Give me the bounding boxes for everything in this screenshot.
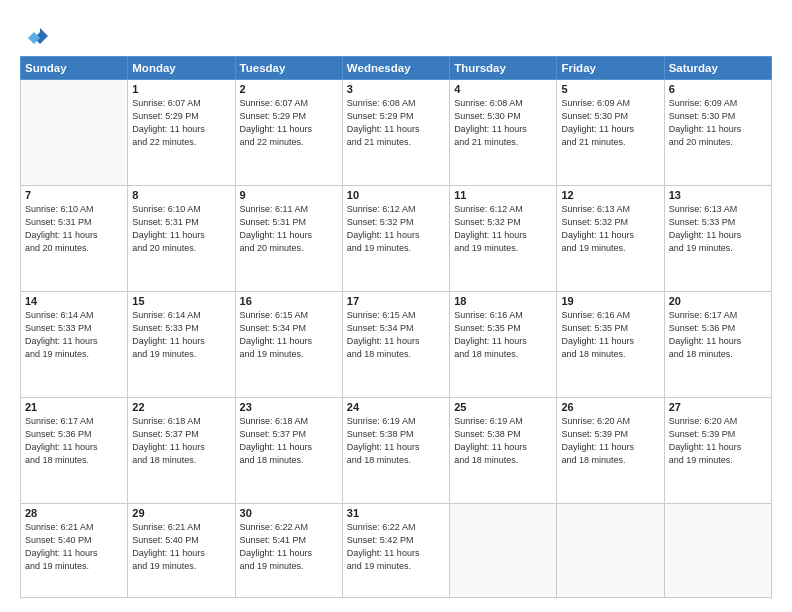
calendar-cell: 8Sunrise: 6:10 AM Sunset: 5:31 PM Daylig…: [128, 185, 235, 291]
day-number: 9: [240, 189, 338, 201]
calendar-cell: 28Sunrise: 6:21 AM Sunset: 5:40 PM Dayli…: [21, 503, 128, 598]
day-info: Sunrise: 6:09 AM Sunset: 5:30 PM Dayligh…: [669, 97, 767, 149]
day-number: 17: [347, 295, 445, 307]
day-info: Sunrise: 6:19 AM Sunset: 5:38 PM Dayligh…: [454, 415, 552, 467]
page: SundayMondayTuesdayWednesdayThursdayFrid…: [0, 0, 792, 612]
calendar-cell: [21, 80, 128, 186]
day-number: 29: [132, 507, 230, 519]
day-info: Sunrise: 6:18 AM Sunset: 5:37 PM Dayligh…: [240, 415, 338, 467]
day-number: 8: [132, 189, 230, 201]
calendar-cell: 14Sunrise: 6:14 AM Sunset: 5:33 PM Dayli…: [21, 291, 128, 397]
weekday-header-tuesday: Tuesday: [235, 57, 342, 80]
day-number: 7: [25, 189, 123, 201]
day-info: Sunrise: 6:14 AM Sunset: 5:33 PM Dayligh…: [132, 309, 230, 361]
day-info: Sunrise: 6:16 AM Sunset: 5:35 PM Dayligh…: [561, 309, 659, 361]
calendar-cell: [557, 503, 664, 598]
calendar-cell: 27Sunrise: 6:20 AM Sunset: 5:39 PM Dayli…: [664, 397, 771, 503]
weekday-header-friday: Friday: [557, 57, 664, 80]
weekday-header-row: SundayMondayTuesdayWednesdayThursdayFrid…: [21, 57, 772, 80]
calendar-cell: 29Sunrise: 6:21 AM Sunset: 5:40 PM Dayli…: [128, 503, 235, 598]
weekday-header-sunday: Sunday: [21, 57, 128, 80]
day-number: 12: [561, 189, 659, 201]
day-number: 22: [132, 401, 230, 413]
logo: [20, 22, 52, 50]
calendar-cell: 5Sunrise: 6:09 AM Sunset: 5:30 PM Daylig…: [557, 80, 664, 186]
day-number: 24: [347, 401, 445, 413]
calendar-cell: 12Sunrise: 6:13 AM Sunset: 5:32 PM Dayli…: [557, 185, 664, 291]
day-number: 13: [669, 189, 767, 201]
calendar-week-3: 14Sunrise: 6:14 AM Sunset: 5:33 PM Dayli…: [21, 291, 772, 397]
day-number: 4: [454, 83, 552, 95]
calendar-week-2: 7Sunrise: 6:10 AM Sunset: 5:31 PM Daylig…: [21, 185, 772, 291]
calendar-cell: 4Sunrise: 6:08 AM Sunset: 5:30 PM Daylig…: [450, 80, 557, 186]
header: [20, 18, 772, 50]
calendar-cell: 10Sunrise: 6:12 AM Sunset: 5:32 PM Dayli…: [342, 185, 449, 291]
calendar-cell: 21Sunrise: 6:17 AM Sunset: 5:36 PM Dayli…: [21, 397, 128, 503]
calendar-cell: 31Sunrise: 6:22 AM Sunset: 5:42 PM Dayli…: [342, 503, 449, 598]
calendar-cell: 22Sunrise: 6:18 AM Sunset: 5:37 PM Dayli…: [128, 397, 235, 503]
day-number: 10: [347, 189, 445, 201]
weekday-header-saturday: Saturday: [664, 57, 771, 80]
day-info: Sunrise: 6:20 AM Sunset: 5:39 PM Dayligh…: [561, 415, 659, 467]
logo-icon: [20, 22, 48, 50]
calendar-cell: 2Sunrise: 6:07 AM Sunset: 5:29 PM Daylig…: [235, 80, 342, 186]
calendar-cell: 23Sunrise: 6:18 AM Sunset: 5:37 PM Dayli…: [235, 397, 342, 503]
day-number: 14: [25, 295, 123, 307]
day-info: Sunrise: 6:21 AM Sunset: 5:40 PM Dayligh…: [25, 521, 123, 573]
day-number: 23: [240, 401, 338, 413]
calendar-cell: 30Sunrise: 6:22 AM Sunset: 5:41 PM Dayli…: [235, 503, 342, 598]
calendar-cell: 7Sunrise: 6:10 AM Sunset: 5:31 PM Daylig…: [21, 185, 128, 291]
day-number: 6: [669, 83, 767, 95]
calendar-cell: 11Sunrise: 6:12 AM Sunset: 5:32 PM Dayli…: [450, 185, 557, 291]
day-info: Sunrise: 6:12 AM Sunset: 5:32 PM Dayligh…: [347, 203, 445, 255]
calendar-cell: 3Sunrise: 6:08 AM Sunset: 5:29 PM Daylig…: [342, 80, 449, 186]
day-info: Sunrise: 6:17 AM Sunset: 5:36 PM Dayligh…: [25, 415, 123, 467]
day-number: 21: [25, 401, 123, 413]
day-info: Sunrise: 6:17 AM Sunset: 5:36 PM Dayligh…: [669, 309, 767, 361]
calendar-cell: 1Sunrise: 6:07 AM Sunset: 5:29 PM Daylig…: [128, 80, 235, 186]
day-info: Sunrise: 6:07 AM Sunset: 5:29 PM Dayligh…: [240, 97, 338, 149]
calendar-cell: 25Sunrise: 6:19 AM Sunset: 5:38 PM Dayli…: [450, 397, 557, 503]
day-info: Sunrise: 6:21 AM Sunset: 5:40 PM Dayligh…: [132, 521, 230, 573]
calendar-cell: 15Sunrise: 6:14 AM Sunset: 5:33 PM Dayli…: [128, 291, 235, 397]
day-number: 31: [347, 507, 445, 519]
day-info: Sunrise: 6:18 AM Sunset: 5:37 PM Dayligh…: [132, 415, 230, 467]
day-info: Sunrise: 6:08 AM Sunset: 5:30 PM Dayligh…: [454, 97, 552, 149]
day-number: 28: [25, 507, 123, 519]
calendar-cell: 26Sunrise: 6:20 AM Sunset: 5:39 PM Dayli…: [557, 397, 664, 503]
calendar-cell: 20Sunrise: 6:17 AM Sunset: 5:36 PM Dayli…: [664, 291, 771, 397]
calendar-cell: 24Sunrise: 6:19 AM Sunset: 5:38 PM Dayli…: [342, 397, 449, 503]
day-number: 16: [240, 295, 338, 307]
day-number: 20: [669, 295, 767, 307]
day-info: Sunrise: 6:16 AM Sunset: 5:35 PM Dayligh…: [454, 309, 552, 361]
calendar-week-5: 28Sunrise: 6:21 AM Sunset: 5:40 PM Dayli…: [21, 503, 772, 598]
calendar-cell: 9Sunrise: 6:11 AM Sunset: 5:31 PM Daylig…: [235, 185, 342, 291]
day-info: Sunrise: 6:14 AM Sunset: 5:33 PM Dayligh…: [25, 309, 123, 361]
day-number: 27: [669, 401, 767, 413]
weekday-header-wednesday: Wednesday: [342, 57, 449, 80]
day-info: Sunrise: 6:13 AM Sunset: 5:33 PM Dayligh…: [669, 203, 767, 255]
calendar-week-4: 21Sunrise: 6:17 AM Sunset: 5:36 PM Dayli…: [21, 397, 772, 503]
day-info: Sunrise: 6:08 AM Sunset: 5:29 PM Dayligh…: [347, 97, 445, 149]
day-info: Sunrise: 6:07 AM Sunset: 5:29 PM Dayligh…: [132, 97, 230, 149]
calendar-cell: 13Sunrise: 6:13 AM Sunset: 5:33 PM Dayli…: [664, 185, 771, 291]
day-number: 25: [454, 401, 552, 413]
day-number: 18: [454, 295, 552, 307]
day-info: Sunrise: 6:22 AM Sunset: 5:41 PM Dayligh…: [240, 521, 338, 573]
day-number: 26: [561, 401, 659, 413]
day-number: 15: [132, 295, 230, 307]
day-number: 19: [561, 295, 659, 307]
calendar-cell: [664, 503, 771, 598]
day-info: Sunrise: 6:22 AM Sunset: 5:42 PM Dayligh…: [347, 521, 445, 573]
calendar-cell: 16Sunrise: 6:15 AM Sunset: 5:34 PM Dayli…: [235, 291, 342, 397]
calendar-cell: 17Sunrise: 6:15 AM Sunset: 5:34 PM Dayli…: [342, 291, 449, 397]
day-info: Sunrise: 6:19 AM Sunset: 5:38 PM Dayligh…: [347, 415, 445, 467]
day-number: 1: [132, 83, 230, 95]
day-info: Sunrise: 6:15 AM Sunset: 5:34 PM Dayligh…: [347, 309, 445, 361]
weekday-header-monday: Monday: [128, 57, 235, 80]
day-info: Sunrise: 6:15 AM Sunset: 5:34 PM Dayligh…: [240, 309, 338, 361]
day-number: 2: [240, 83, 338, 95]
day-number: 5: [561, 83, 659, 95]
day-number: 30: [240, 507, 338, 519]
calendar-cell: [450, 503, 557, 598]
